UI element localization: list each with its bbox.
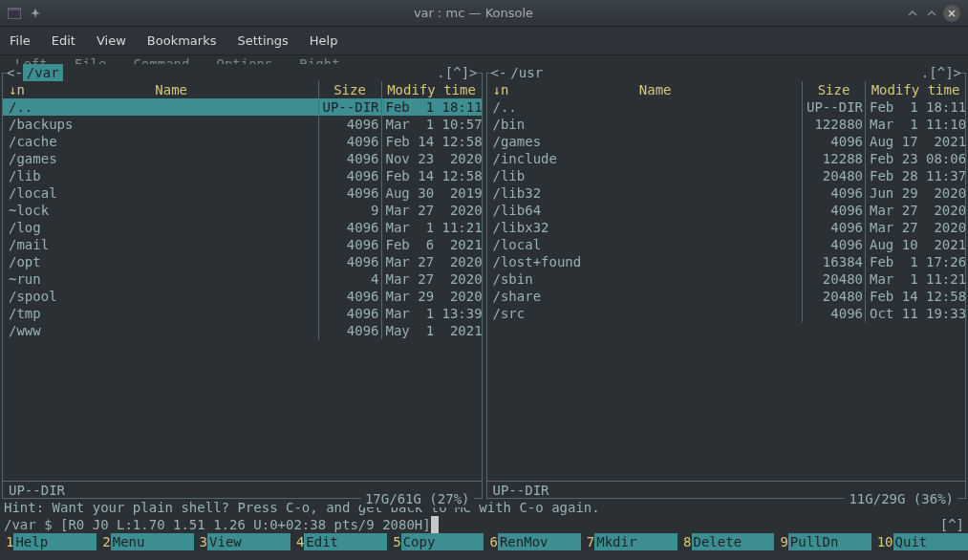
file-size: 4096 [803, 202, 866, 219]
file-row[interactable]: /sbin20480Mar 1 11:21 [487, 270, 966, 288]
file-name: /cache [3, 133, 319, 150]
file-row[interactable]: /log4096Mar 1 11:21 [3, 219, 482, 236]
file-row[interactable]: /lost+found16384Feb 1 17:26 [487, 253, 966, 270]
file-mtime: Nov 23 2020 [382, 150, 482, 167]
fkey-edit[interactable]: 4Edit [290, 533, 387, 550]
fkey-number: 1 [0, 533, 13, 550]
panel-left-arrow-icon[interactable]: <- [7, 64, 23, 81]
file-size: 20480 [803, 288, 866, 305]
file-name: ~lock [3, 202, 319, 219]
fkey-menu[interactable]: 2Menu [97, 533, 193, 550]
col-header-size[interactable]: Size [319, 81, 382, 98]
fkey-number: 5 [387, 533, 400, 550]
file-row[interactable]: /tmp4096Mar 1 13:39 [3, 305, 482, 322]
file-mtime: Mar 1 11:21 [382, 219, 482, 236]
fkey-help[interactable]: 1Help [0, 533, 97, 550]
sort-indicator[interactable]: ↓n [493, 81, 509, 98]
panel-right-controls-icon[interactable]: .[^]> [437, 64, 477, 81]
prompt-text: /var $ [R0 J0 L:1.70 1.51 1.26 U:0+02:38… [4, 516, 431, 533]
file-row[interactable]: /lib20480Feb 28 11:37 [487, 167, 966, 184]
fkey-number: 6 [484, 533, 497, 550]
left-panel-path[interactable]: /var [23, 64, 63, 81]
fkey-copy[interactable]: 5Copy [387, 533, 484, 550]
file-row[interactable]: /bin122880Mar 1 11:10 [487, 116, 966, 133]
file-mtime: Aug 30 2019 [382, 184, 482, 202]
fkey-pulldn[interactable]: 9PullDn [774, 533, 871, 550]
panel-right-controls-icon[interactable]: .[^]> [921, 64, 961, 81]
col-header-mtime[interactable]: Modify time [866, 81, 965, 98]
menu-file[interactable]: File [10, 33, 31, 48]
menu-help[interactable]: Help [310, 33, 338, 48]
file-size: 4096 [319, 167, 382, 184]
file-mtime: Mar 27 2020 [382, 253, 482, 270]
file-name: /games [3, 150, 319, 167]
menu-settings[interactable]: Settings [237, 33, 288, 48]
fkey-number: 2 [97, 533, 110, 550]
file-mtime: Mar 27 2020 [866, 219, 965, 236]
fkey-label: Edit [304, 533, 387, 550]
fkey-quit[interactable]: 10Quit [871, 533, 968, 550]
menu-view[interactable]: View [97, 33, 126, 48]
col-header-size[interactable]: Size [803, 81, 866, 98]
col-header-mtime[interactable]: Modify time [382, 81, 482, 98]
file-row[interactable]: /backups4096Mar 1 10:57 [3, 116, 482, 133]
file-size: 12288 [803, 150, 866, 167]
file-mtime: Mar 1 10:57 [382, 116, 482, 133]
col-header-name[interactable]: Name [155, 82, 187, 97]
file-name: /include [487, 150, 804, 167]
file-row[interactable]: /cache4096Feb 14 12:58 [3, 133, 482, 150]
file-row[interactable]: /include12288Feb 23 08:06 [487, 150, 966, 167]
file-row[interactable]: ~lock9Mar 27 2020 [3, 202, 482, 219]
file-row[interactable]: /opt4096Mar 27 2020 [3, 253, 482, 270]
pin-icon[interactable] [29, 8, 42, 19]
file-mtime: Mar 1 11:10 [866, 116, 965, 133]
file-row[interactable]: /..UP--DIRFeb 1 18:11 [487, 98, 966, 116]
file-name: /tmp [3, 305, 319, 322]
menu-edit[interactable]: Edit [52, 33, 75, 48]
menu-bookmarks[interactable]: Bookmarks [147, 33, 217, 48]
col-header-name[interactable]: Name [639, 82, 672, 97]
file-row[interactable]: /src4096Oct 11 19:33 [487, 305, 966, 322]
right-file-list[interactable]: /..UP--DIRFeb 1 18:11/bin122880Mar 1 11:… [487, 98, 966, 481]
file-row[interactable]: /www4096May 1 2021 [3, 322, 482, 339]
file-row[interactable]: /lib644096Mar 27 2020 [487, 202, 966, 219]
window-title: var : mc — Konsole [42, 6, 905, 20]
left-file-list[interactable]: /..UP--DIRFeb 1 18:11/backups4096Mar 1 1… [3, 98, 482, 481]
file-row[interactable]: /local4096Aug 30 2019 [3, 184, 482, 202]
file-row[interactable]: /spool4096Mar 29 2020 [3, 288, 482, 305]
file-name: /log [3, 219, 319, 236]
file-size: 16384 [803, 253, 866, 270]
right-panel-path[interactable]: /usr [506, 64, 547, 81]
fkey-renmov[interactable]: 6RenMov [484, 533, 580, 550]
function-key-bar: 1Help2Menu3View4Edit5Copy6RenMov7Mkdir8D… [0, 533, 968, 550]
file-name: /.. [487, 98, 804, 116]
file-row[interactable]: /mail4096Feb 6 2021 [3, 236, 482, 253]
right-panel-column-headers: ↓nName Size Modify time [487, 81, 966, 98]
file-row[interactable]: /libx324096Mar 27 2020 [487, 219, 966, 236]
file-row[interactable]: ~run4Mar 27 2020 [3, 270, 482, 288]
file-row[interactable]: /games4096Nov 23 2020 [3, 150, 482, 167]
fkey-delete[interactable]: 8Delete [678, 533, 774, 550]
shell-prompt[interactable]: /var $ [R0 J0 L:1.70 1.51 1.26 U:0+02:38… [0, 516, 968, 533]
file-mtime: Feb 14 12:58 [866, 288, 965, 305]
right-panel[interactable]: <- /usr .[^]> ↓nName Size Modify time /.… [486, 73, 967, 499]
fkey-number: 3 [194, 533, 207, 550]
panel-left-arrow-icon[interactable]: <- [491, 64, 507, 81]
file-row[interactable]: /local4096Aug 10 2021 [487, 236, 966, 253]
close-button[interactable] [943, 5, 960, 22]
file-mtime: Aug 17 2021 [866, 133, 965, 150]
app-icon [8, 8, 21, 19]
file-row[interactable]: /share20480Feb 14 12:58 [487, 288, 966, 305]
prompt-right-indicator[interactable]: [^] [940, 516, 964, 533]
file-row[interactable]: /lib4096Feb 14 12:58 [3, 167, 482, 184]
cursor-icon [431, 516, 439, 533]
maximize-button[interactable] [924, 6, 939, 21]
sort-indicator[interactable]: ↓n [9, 81, 25, 98]
minimize-button[interactable] [905, 6, 920, 21]
file-row[interactable]: /games4096Aug 17 2021 [487, 133, 966, 150]
fkey-mkdir[interactable]: 7Mkdir [581, 533, 678, 550]
fkey-view[interactable]: 3View [194, 533, 290, 550]
file-row[interactable]: /..UP--DIRFeb 1 18:11 [3, 98, 482, 116]
left-panel[interactable]: <- /var .[^]> ↓nName Size Modify time /.… [2, 73, 483, 499]
file-row[interactable]: /lib324096Jun 29 2020 [487, 184, 966, 202]
